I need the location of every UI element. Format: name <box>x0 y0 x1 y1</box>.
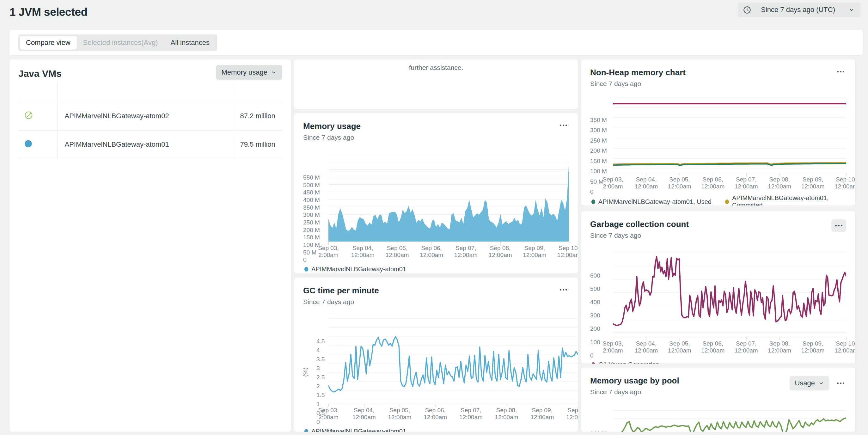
legend-item[interactable]: APIMMarvelNLBGateway-atom01 <box>304 266 406 273</box>
instance-value: 79.5 million <box>233 130 283 159</box>
x-axis-label: Sep 03,2:00am <box>318 245 339 259</box>
time-picker-label: Since 7 days ago (UTC) <box>756 6 843 14</box>
garbage-collection-count-chart: 0100200300400500600Sep 03,2:00amSep 04,1… <box>590 239 846 353</box>
legend-item[interactable]: APIMMarvelNLBGateway-atom01, Committed <box>725 194 846 206</box>
non-heap-memory-card: Non-Heap memory chart Since 7 days ago 0… <box>581 59 855 206</box>
x-axis-label: Sep 10,12:00am <box>835 176 855 190</box>
x-axis-label: Sep 04,12:00am <box>634 176 658 190</box>
y-axis-label: 200 M <box>303 227 320 234</box>
metric-dropdown-button[interactable]: Memory usage <box>216 65 282 80</box>
x-axis-label: Sep 03,2:00am <box>602 176 623 190</box>
memory-usage-by-pool-chart: 80 M100 M120 M140 M <box>590 396 846 432</box>
card-menu-button[interactable] <box>835 68 846 75</box>
y-axis-label: 150 M <box>590 158 607 165</box>
tab-compare-view[interactable]: Compare view <box>20 36 77 50</box>
usage-dropdown-label: Usage <box>795 379 815 387</box>
y-axis-label: 4.5 <box>316 338 324 345</box>
y-axis-label: 200 <box>590 325 600 332</box>
y-axis-label: 4 <box>316 347 320 354</box>
legend-dot-icon <box>725 199 729 204</box>
chart-legend: APIMMarvelNLBGateway-atom01 <box>303 266 569 273</box>
table-row[interactable]: APIMMarvelNLBGateway-atom02 87.2 million <box>18 102 283 130</box>
chart-subtitle: Since 7 days ago <box>590 80 686 88</box>
time-picker-button[interactable]: Since 7 days ago (UTC) <box>738 3 860 17</box>
y-axis-label: 450 M <box>303 189 320 196</box>
y-axis-label: 350 M <box>303 204 320 211</box>
instance-name: APIMMarvelNLBGateway-atom02 <box>58 102 233 130</box>
x-axis-label: Sep 05,12:00am <box>388 407 411 421</box>
java-vms-title: Java VMs <box>18 65 62 79</box>
memory-usage-chart: 050 M100 M150 M200 M250 M300 M350 M400 M… <box>303 141 569 258</box>
chart-subtitle: Since 7 days ago <box>590 232 689 239</box>
legend-item[interactable]: APIMMarvelNLBGateway-atom01, Used <box>591 194 712 206</box>
gc-time-chart: 00.511.522.533.544.5(%)Sep 03,2:00amSep … <box>303 306 569 420</box>
x-axis-label: Sep 06,12:00am <box>701 340 724 354</box>
table-row[interactable]: APIMMarvelNLBGateway-atom01 79.5 million <box>18 130 283 159</box>
legend-dot-icon <box>591 362 595 364</box>
x-axis: Sep 03,2:00amSep 04,12:00amSep 05,12:00a… <box>613 337 846 353</box>
x-axis-label: Sep 09,12:00am <box>801 176 825 190</box>
instance-name: APIMMarvelNLBGateway-atom01 <box>58 130 233 159</box>
non-heap-memory-chart: 050 M100 M150 M200 M250 M300 M350 MSep 0… <box>590 88 846 189</box>
legend-item[interactable]: APIMMarvelNLBGateway-atom01 <box>304 428 406 432</box>
x-axis: Sep 03,2:00amSep 04,12:00amSep 05,12:00a… <box>613 173 846 189</box>
y-axis-label: 100 <box>590 339 600 346</box>
chart-legend: G1 Young Generation <box>590 361 846 364</box>
y-axis-label: 250 M <box>590 137 607 144</box>
usage-dropdown-button[interactable]: Usage <box>789 376 830 391</box>
y-axis-label: 600 <box>590 272 600 279</box>
message-card: further assistance. <box>294 59 578 110</box>
card-menu-button[interactable] <box>835 379 846 387</box>
y-axis-label: 0 <box>303 256 307 263</box>
tab-all-instances[interactable]: All instances <box>164 36 216 50</box>
y-axis-label: 100 M <box>590 168 607 175</box>
chevron-down-icon <box>848 7 855 13</box>
card-menu-button[interactable] <box>558 286 569 294</box>
x-axis-label: Sep 05,12:00am <box>385 245 409 259</box>
memory-usage-by-pool-card: Memory usage by pool Since 7 days ago Us… <box>581 368 855 432</box>
x-axis-label: Sep 09,12:00am <box>801 340 825 354</box>
y-axis-label: 3.5 <box>316 356 324 363</box>
card-menu-button[interactable] <box>831 219 846 232</box>
x-axis-label: Sep 03,2:00am <box>602 340 623 354</box>
x-axis-label: Sep 07,12:00am <box>459 407 483 421</box>
x-axis-label: Sep 08,12:00am <box>768 340 791 354</box>
x-axis-label: Sep 05,12:00am <box>668 176 691 190</box>
legend-dot-icon <box>591 199 595 204</box>
x-axis-label: Sep 10,12:00am <box>557 245 578 259</box>
view-tab-strip: Compare view Selected instances(Avg) All… <box>9 30 863 55</box>
y-axis-label: 50 M <box>590 178 603 185</box>
java-vms-panel: Java VMs Memory usage APIMMarvelNLBGatew… <box>9 59 291 432</box>
y-axis-unit-label: (%) <box>302 367 309 377</box>
view-segmented-control: Compare view Selected instances(Avg) All… <box>18 34 217 51</box>
selected-instance-icon[interactable] <box>24 139 33 148</box>
y-axis-label: 2.5 <box>316 374 324 381</box>
tab-selected-instances-avg[interactable]: Selected instances(Avg) <box>77 36 164 50</box>
excluded-instance-icon[interactable] <box>24 111 33 120</box>
x-axis-label: Sep 07,12:00am <box>735 340 758 354</box>
jvm-instances-table: APIMMarvelNLBGateway-atom02 87.2 million… <box>18 83 283 159</box>
memory-usage-card: Memory usage Since 7 days ago 050 M100 M… <box>294 113 578 274</box>
x-axis-label: Sep 07,12:00am <box>735 176 758 190</box>
gc-time-card: GC time per minute Since 7 days ago 00.5… <box>294 278 578 432</box>
message-text: further assistance. <box>409 64 463 110</box>
y-axis-label: 400 <box>590 299 600 306</box>
y-axis-label: 400 M <box>303 197 320 204</box>
page-title: 1 JVM selected <box>9 6 859 18</box>
y-axis-label: 150 M <box>303 234 320 241</box>
x-axis-label: Sep 06,12:00am <box>701 176 724 190</box>
card-menu-button[interactable] <box>558 121 569 129</box>
y-axis-label: 0 <box>590 352 594 359</box>
chart-title: Memory usage <box>303 121 361 131</box>
chart-title: Memory usage by pool <box>590 376 679 386</box>
x-axis-label: Sep 08,12:00am <box>489 245 512 259</box>
x-axis-label: Sep 06,12:00am <box>420 245 443 259</box>
y-axis-label: 550 M <box>303 174 320 181</box>
y-axis-label: 3 <box>316 365 320 372</box>
y-axis-label: 350 M <box>590 117 607 124</box>
chart-subtitle: Since 7 days ago <box>303 134 361 141</box>
legend-item[interactable]: G1 Young Generation <box>591 361 659 364</box>
y-axis-label: 300 M <box>590 127 607 134</box>
x-axis-label: Sep 04,12:00am <box>352 407 376 421</box>
x-axis: Sep 03,2:00amSep 04,12:00amSep 05,12:00a… <box>329 404 578 420</box>
